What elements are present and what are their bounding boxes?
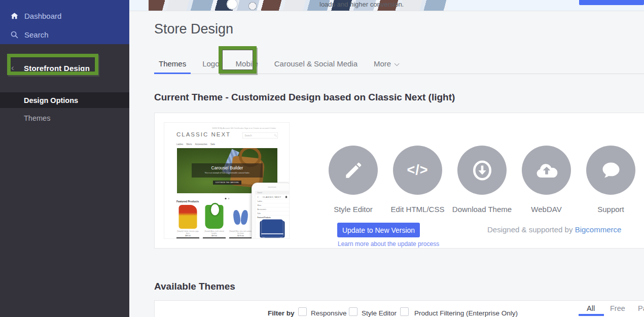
preview-product: [Sample] Men, retro sole summer hot shoe…	[229, 205, 252, 239]
available-themes-card: Filter by Responsive Style Editor Produc…	[154, 300, 644, 317]
choose-options-button: CHOOSE OPTIONS	[203, 237, 226, 239]
phone-store-logo: CLASSIC NEXT	[263, 196, 281, 198]
preview-featured-label: Featured Products	[176, 200, 199, 203]
learn-more-link[interactable]: Learn more about the update process	[338, 240, 439, 248]
update-to-new-version-button[interactable]: Update to New Version	[337, 223, 420, 237]
preview-product: [Sample] Anna, multi colored bangles $59…	[203, 205, 226, 239]
download-theme-action[interactable]: Download Theme	[450, 146, 514, 214]
phone-screen: Search ≡ CLASSIC NEXT Ladies Mens Access…	[255, 191, 290, 239]
preview-phone-mockup: Search ≡ CLASSIC NEXT Ladies Mens Access…	[252, 183, 290, 239]
download-theme-circle[interactable]	[457, 146, 507, 195]
sidebar-section-storefront-design[interactable]: ‹ Storefront Design	[0, 54, 129, 82]
preview-store-logo: CLASSIC NEXT	[176, 131, 231, 138]
cart-icon	[285, 196, 287, 198]
filter-by-label: Filter by	[268, 309, 295, 317]
responsive-checkbox[interactable]	[298, 307, 307, 316]
product-filtering-checkbox[interactable]	[400, 307, 409, 316]
choose-options-button: CHOOSE OPTIONS	[176, 237, 199, 239]
sidebar-item-label: Dashboard	[24, 12, 61, 20]
price-tab-paid[interactable]: Paid	[638, 304, 644, 312]
tab-themes[interactable]: Themes	[154, 57, 191, 74]
sidebar: Dashboard Search ‹ Storefront Design Des…	[0, 0, 129, 317]
product-image-shoes	[232, 205, 250, 229]
promo-banner[interactable]: loads and higher conversion.	[129, 0, 644, 11]
current-theme-card: SIGN IN My Account Gift Certificates Sig…	[154, 113, 644, 249]
sidebar-item-label: Themes	[24, 114, 50, 122]
sidebar-top-section: Dashboard Search	[0, 0, 129, 44]
tab-more[interactable]: More	[369, 57, 402, 74]
preview-search-box: Search	[242, 132, 278, 138]
search-icon	[274, 134, 276, 136]
home-icon	[10, 12, 19, 20]
choose-options-button: CHOOSE OPTIONS	[229, 237, 252, 239]
webdav-circle[interactable]	[522, 146, 571, 195]
style-editor-checkbox[interactable]	[349, 307, 357, 316]
store-design-tabbar: Themes Logo Mobile Carousel & Social Med…	[154, 57, 644, 74]
support-action[interactable]: Support	[579, 146, 643, 214]
responsive-label: Responsive	[311, 309, 347, 317]
tab-carousel-social-media[interactable]: Carousel & Social Media	[270, 57, 362, 74]
active-tab-underline	[154, 73, 191, 74]
pencil-icon	[343, 160, 364, 181]
price-tab-free[interactable]: Free	[610, 304, 625, 312]
product-image-cardigan	[179, 205, 197, 229]
page-title: Store Design	[154, 21, 233, 37]
edit-html-css-action[interactable]: </> Edit HTML/CSS	[385, 146, 450, 214]
banner-text: loads and higher conversion.	[319, 1, 404, 8]
code-icon: </>	[407, 162, 428, 178]
cloud-upload-icon	[533, 157, 560, 184]
theme-preview-stage: SIGN IN My Account Gift Certificates Sig…	[164, 123, 290, 239]
support-circle[interactable]	[586, 146, 635, 195]
preview-product: [Sample] Colette, futuristic yoga dress …	[176, 205, 199, 239]
preview-carousel-button: CUSTOMIZE THE CAROUSEL	[213, 181, 241, 185]
sidebar-item-dashboard[interactable]: Dashboard	[0, 7, 129, 25]
sidebar-item-design-options[interactable]: Design Options	[0, 92, 129, 108]
product-image-denim-jacket	[262, 220, 283, 237]
sidebar-section-title: Storefront Design	[24, 64, 90, 73]
webdav-action[interactable]: WebDAV	[514, 146, 579, 214]
theme-actions-row: Style Editor </> Edit HTML/CSS Download …	[321, 146, 643, 214]
sidebar-item-label: Search	[24, 30, 49, 39]
tab-mobile[interactable]: Mobile	[231, 57, 263, 74]
sidebar-item-search[interactable]: Search	[0, 25, 129, 44]
style-editor-circle[interactable]	[329, 146, 378, 195]
theme-preview-thumbnail: SIGN IN My Account Gift Certificates Sig…	[164, 122, 290, 239]
style-editor-action[interactable]: Style Editor	[321, 146, 385, 214]
menu-icon: ≡	[258, 196, 259, 198]
search-icon	[10, 30, 19, 39]
bigcommerce-link[interactable]: Bigcommerce	[575, 225, 622, 234]
active-price-tab-underline	[579, 314, 604, 316]
available-themes-heading: Available Themes	[154, 281, 235, 292]
sidebar-item-label: Design Options	[24, 96, 78, 104]
credit-text: Designed & supported by Bigcommerce	[487, 225, 621, 234]
download-icon	[471, 159, 494, 182]
banner-cta-button[interactable]	[579, 0, 644, 5]
preview-nav: Ladies Mens Accessories Sale	[176, 143, 215, 146]
price-tab-all[interactable]: All	[587, 304, 595, 312]
product-image-bag	[205, 205, 224, 229]
preview-carousel-overlay: Carousel Builder This is an example of h…	[192, 163, 263, 178]
style-editor-label: Style Editor	[362, 309, 397, 317]
product-filtering-label: Product Filtering (Enterprise Only)	[414, 309, 518, 317]
chevron-down-icon	[395, 61, 400, 66]
chat-icon	[600, 159, 622, 182]
back-chevron-icon[interactable]: ‹	[11, 63, 17, 73]
current-theme-heading: Current Theme - Customized Design based …	[154, 92, 455, 103]
phone-speaker	[268, 187, 276, 188]
edit-html-css-circle[interactable]: </>	[393, 146, 442, 195]
sidebar-item-themes[interactable]: Themes	[0, 111, 129, 125]
preview-top-links: SIGN IN My Account Gift Certificates Sig…	[212, 127, 276, 129]
tab-logo[interactable]: Logo	[198, 57, 224, 74]
